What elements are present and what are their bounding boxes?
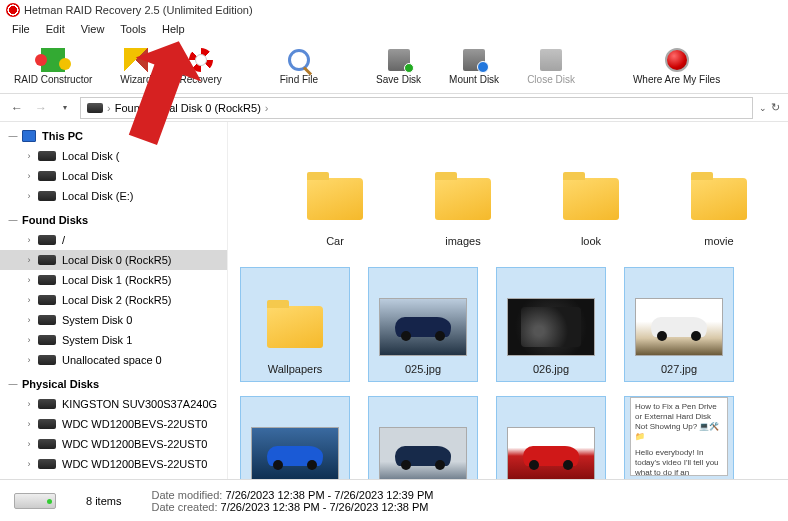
expand-icon[interactable]: ›	[24, 235, 34, 245]
menu-view[interactable]: View	[73, 21, 113, 37]
expand-icon[interactable]: ›	[24, 171, 34, 181]
tree-node[interactable]: ›Local Disk	[0, 166, 227, 186]
expand-icon[interactable]: ›	[24, 255, 34, 265]
folder-item[interactable]: movie	[664, 138, 774, 253]
expand-icon[interactable]: ›	[24, 275, 34, 285]
breadcrumb[interactable]: › Foun › Local Disk 0 (RockR5) ›	[80, 97, 753, 119]
expand-icon[interactable]: ›	[24, 191, 34, 201]
disk-icon	[38, 151, 56, 161]
tree-node[interactable]: ›Local Disk 2 (RockR5)	[0, 290, 227, 310]
hdd-close-icon	[540, 49, 562, 71]
image-thumbnail	[635, 298, 723, 356]
close-disk-button: Close Disk	[513, 42, 589, 89]
file-item-selected[interactable]: 029.jpg	[368, 396, 478, 479]
collapse-icon[interactable]: —	[8, 379, 18, 389]
toolbar-label: Wizard	[120, 74, 151, 85]
tree-node[interactable]: ›WDC WD1200BEVS-22UST0	[0, 434, 227, 454]
tree-node[interactable]: ›WDC WD1200BEVS-22UST0	[0, 414, 227, 434]
expand-icon[interactable]: ›	[24, 315, 34, 325]
menu-help[interactable]: Help	[154, 21, 193, 37]
expand-icon[interactable]: ›	[24, 439, 34, 449]
doc-preview-text: Hello everybody! In today's video I'll t…	[635, 448, 723, 476]
tree-node-physical-disks[interactable]: — Physical Disks	[0, 374, 227, 394]
refresh-button[interactable]: ↻	[771, 101, 780, 114]
collapse-icon[interactable]: —	[8, 131, 18, 141]
disk-icon	[38, 295, 56, 305]
file-item-selected[interactable]: 027.jpg	[624, 267, 734, 382]
where-are-my-files-button[interactable]: Where Are My Files	[619, 42, 734, 89]
file-grid[interactable]: Car images look movie Wallpapers 025.jpg…	[228, 122, 788, 479]
folder-item[interactable]: look	[536, 138, 646, 253]
tree-node[interactable]: ›Unallocated space 0	[0, 350, 227, 370]
find-file-button[interactable]: Find File	[266, 42, 332, 89]
recovery-button[interactable]: Recovery	[165, 42, 235, 89]
nav-back-button[interactable]: ←	[8, 99, 26, 117]
breadcrumb-sep: ›	[265, 102, 269, 114]
expand-icon[interactable]: ›	[24, 459, 34, 469]
folder-item[interactable]: Car	[280, 138, 390, 253]
tree-node[interactable]: ›System Disk 0	[0, 310, 227, 330]
menu-file[interactable]: File	[4, 21, 38, 37]
disk-icon	[38, 419, 56, 429]
breadcrumb-seg[interactable]: Local Disk 0 (RockR5)	[151, 102, 260, 114]
file-item-selected[interactable]: 026.jpg	[496, 267, 606, 382]
breadcrumb-sep: ›	[107, 102, 111, 114]
mount-disk-button[interactable]: Mount Disk	[435, 42, 513, 89]
tree-node[interactable]: ›Local Disk 1 (RockR5)	[0, 270, 227, 290]
save-disk-button[interactable]: Save Disk	[362, 42, 435, 89]
collapse-icon[interactable]: —	[8, 215, 18, 225]
magnifier-icon	[288, 49, 310, 71]
tree-label: Physical Disks	[22, 378, 99, 390]
folder-tree[interactable]: — This PC ›Local Disk ( ›Local Disk ›Loc…	[0, 122, 228, 479]
breadcrumb-dropdown[interactable]: ⌄	[759, 103, 767, 113]
disk-icon	[38, 315, 56, 325]
tree-node-found-disks[interactable]: — Found Disks	[0, 210, 227, 230]
item-count: 8 items	[86, 495, 121, 507]
expand-icon[interactable]: ›	[24, 399, 34, 409]
tree-node[interactable]: ›Local Disk (	[0, 146, 227, 166]
expand-icon[interactable]: ›	[24, 295, 34, 305]
image-thumbnail	[507, 298, 595, 356]
file-item-selected[interactable]: How to Fix a Pen Drive or External Hard …	[624, 396, 734, 479]
menu-edit[interactable]: Edit	[38, 21, 73, 37]
folder-item-selected[interactable]: Wallpapers	[240, 267, 350, 382]
tree-label: /	[62, 234, 65, 246]
file-item-selected[interactable]: 030.jpg	[496, 396, 606, 479]
folder-icon	[691, 178, 747, 220]
nav-history-dropdown[interactable]: ▾	[56, 99, 74, 117]
tree-node[interactable]: ›System Disk 1	[0, 330, 227, 350]
tree-label: Local Disk 1 (RockR5)	[62, 274, 171, 286]
menu-tools[interactable]: Tools	[112, 21, 154, 37]
tree-label: Unallocated space 0	[62, 354, 162, 366]
nav-forward-button[interactable]: →	[32, 99, 50, 117]
disk-icon	[38, 255, 56, 265]
file-item-selected[interactable]: 025.jpg	[368, 267, 478, 382]
drive-icon	[87, 103, 103, 113]
expand-icon[interactable]: ›	[24, 419, 34, 429]
raid-constructor-button[interactable]: RAID Constructor	[0, 42, 106, 89]
tree-node[interactable]: ›/	[0, 230, 227, 250]
folder-item[interactable]: images	[408, 138, 518, 253]
tree-label: This PC	[42, 130, 83, 142]
file-item-selected[interactable]: 028.jpg	[240, 396, 350, 479]
expand-icon[interactable]: ›	[24, 355, 34, 365]
disk-icon	[38, 355, 56, 365]
tree-node[interactable]: ›WDC WD1200BEVS-22UST0	[0, 454, 227, 474]
disk-icon	[38, 335, 56, 345]
tree-node-selected[interactable]: ›Local Disk 0 (RockR5)	[0, 250, 227, 270]
toolbar-label: Mount Disk	[449, 74, 499, 85]
tree-node[interactable]: ›KINGSTON SUV300S37A240G	[0, 394, 227, 414]
hdd-mount-icon	[463, 49, 485, 71]
item-label: Car	[326, 235, 344, 253]
tree-node-this-pc[interactable]: — This PC	[0, 126, 227, 146]
breadcrumb-seg[interactable]: Foun	[115, 102, 140, 114]
tree-node[interactable]: ›Local Disk (E:)	[0, 186, 227, 206]
red-button-icon	[665, 48, 689, 72]
wizard-button[interactable]: Wizard	[106, 42, 165, 89]
nav-bar: ← → ▾ › Foun › Local Disk 0 (RockR5) › ⌄…	[0, 94, 788, 122]
expand-icon[interactable]: ›	[24, 335, 34, 345]
toolbar-label: Save Disk	[376, 74, 421, 85]
expand-icon[interactable]: ›	[24, 151, 34, 161]
image-thumbnail	[507, 427, 595, 479]
wand-icon	[124, 48, 148, 72]
